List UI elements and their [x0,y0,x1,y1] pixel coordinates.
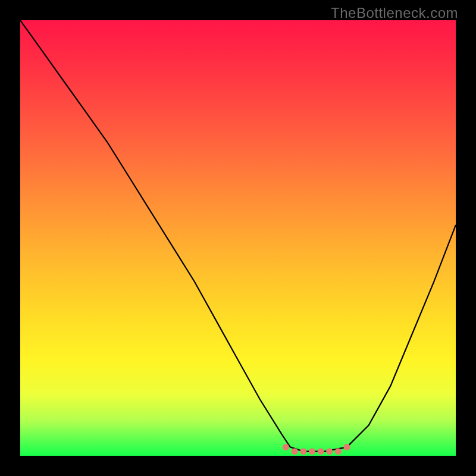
svg-point-3 [309,448,315,455]
svg-point-7 [344,444,350,450]
watermark-text: TheBottleneck.com [331,5,458,21]
plot-area [20,20,456,456]
optimal-region-dots [283,444,350,455]
chart-svg [20,20,456,456]
bottleneck-curve [20,20,456,452]
svg-point-0 [283,444,289,450]
svg-point-2 [300,448,306,455]
svg-point-1 [292,448,298,455]
svg-point-5 [326,448,333,455]
svg-point-4 [318,448,324,455]
chart-container: TheBottleneck.com [0,0,476,476]
svg-point-6 [335,448,342,455]
